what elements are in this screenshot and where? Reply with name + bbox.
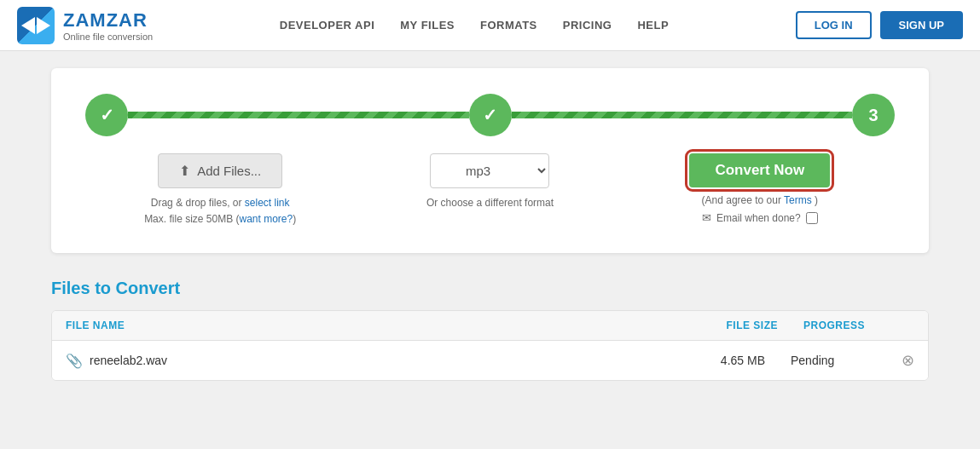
drag-drop-text: Drag & drop files, or select link Max. f… bbox=[144, 195, 296, 227]
logo-text: ZAMZAR Online file conversion bbox=[63, 9, 153, 42]
terms-link[interactable]: Terms bbox=[784, 194, 812, 206]
step-1-circle: ✓ bbox=[85, 94, 128, 136]
want-more-link[interactable]: want more? bbox=[240, 213, 293, 225]
file-progress: Pending bbox=[765, 354, 902, 367]
format-col: mp3 mp4 wav aac ogg flac wma Or choose a… bbox=[355, 153, 624, 211]
file-name: reneelab2.wav bbox=[90, 354, 663, 367]
email-row: ✉ Email when done? bbox=[702, 211, 818, 224]
logo-arrow-left bbox=[21, 17, 35, 34]
header: ZAMZAR Online file conversion DEVELOPER … bbox=[0, 0, 980, 51]
nav-developer-api[interactable]: DEVELOPER API bbox=[280, 19, 374, 32]
add-files-col: ⬆ Add Files... Drag & drop files, or sel… bbox=[85, 153, 355, 227]
files-table: FILE NAME FILE SIZE PROGRESS 📎 reneelab2… bbox=[51, 310, 929, 381]
agree-prefix: (And agree to our bbox=[702, 194, 781, 206]
step-connector-1 bbox=[128, 112, 469, 118]
close-paren: ) bbox=[293, 213, 296, 225]
step-3-circle: 3 bbox=[852, 94, 895, 136]
nav-help[interactable]: HELP bbox=[637, 19, 669, 32]
main-content: ✓ ✓ 3 ⬆ Add Files... Drag & drop files, … bbox=[0, 51, 980, 398]
steps-progress: ✓ ✓ 3 bbox=[85, 94, 895, 136]
agree-close: ) bbox=[815, 194, 818, 206]
login-button[interactable]: LOG IN bbox=[796, 11, 872, 39]
format-select[interactable]: mp3 mp4 wav aac ogg flac wma bbox=[430, 153, 549, 188]
remove-file-button[interactable]: ⊗ bbox=[902, 351, 914, 370]
step-2-check: ✓ bbox=[483, 105, 497, 125]
converter-box: ✓ ✓ 3 ⬆ Add Files... Drag & drop files, … bbox=[51, 68, 929, 253]
actions-row: ⬆ Add Files... Drag & drop files, or sel… bbox=[85, 153, 895, 227]
upload-icon: ⬆ bbox=[179, 163, 190, 179]
step-2-circle: ✓ bbox=[469, 94, 512, 136]
convert-now-button[interactable]: Convert Now bbox=[689, 153, 830, 187]
step-connector-2 bbox=[512, 112, 853, 118]
add-files-button[interactable]: ⬆ Add Files... bbox=[158, 153, 282, 188]
email-icon: ✉ bbox=[702, 211, 711, 224]
convert-col: Convert Now (And agree to our Terms ) ✉ … bbox=[625, 153, 895, 224]
table-header: FILE NAME FILE SIZE PROGRESS bbox=[52, 311, 928, 341]
main-nav: DEVELOPER API MY FILES FORMATS PRICING H… bbox=[280, 19, 669, 32]
section-title-accent: Convert bbox=[116, 279, 181, 297]
col-header-progress: PROGRESS bbox=[778, 319, 914, 331]
logo-area: ZAMZAR Online file conversion bbox=[17, 7, 153, 44]
nav-my-files[interactable]: MY FILES bbox=[400, 19, 455, 32]
logo-name: ZAMZAR bbox=[63, 9, 153, 32]
files-section: Files to Convert FILE NAME FILE SIZE PRO… bbox=[51, 279, 929, 381]
drag-text: Drag & drop files, or bbox=[151, 197, 242, 209]
logo-icon bbox=[17, 7, 55, 44]
choose-format-text: Or choose a different format bbox=[426, 195, 554, 211]
signup-button[interactable]: SIGN UP bbox=[880, 11, 963, 39]
select-link[interactable]: select link bbox=[245, 197, 290, 209]
step-3-label: 3 bbox=[868, 106, 878, 125]
attachment-icon: 📎 bbox=[66, 353, 83, 369]
add-files-label: Add Files... bbox=[197, 164, 261, 178]
header-buttons: LOG IN SIGN UP bbox=[796, 11, 963, 39]
nav-pricing[interactable]: PRICING bbox=[563, 19, 612, 32]
email-label: Email when done? bbox=[716, 212, 801, 224]
section-title: Files to Convert bbox=[51, 279, 929, 298]
col-header-filename: FILE NAME bbox=[66, 319, 676, 331]
file-size: 4.65 MB bbox=[663, 354, 765, 367]
logo-sub: Online file conversion bbox=[63, 32, 153, 42]
logo-arrow-right bbox=[37, 17, 50, 34]
email-checkbox[interactable] bbox=[806, 212, 818, 224]
section-title-static: Files to bbox=[51, 279, 116, 297]
max-size-text: Max. file size 50MB ( bbox=[144, 213, 239, 225]
nav-formats[interactable]: FORMATS bbox=[480, 19, 537, 32]
col-header-filesize: FILE SIZE bbox=[676, 319, 778, 331]
table-row: 📎 reneelab2.wav 4.65 MB Pending ⊗ bbox=[52, 341, 928, 380]
agree-text: (And agree to our Terms ) bbox=[702, 194, 819, 206]
step-1-check: ✓ bbox=[100, 105, 114, 125]
